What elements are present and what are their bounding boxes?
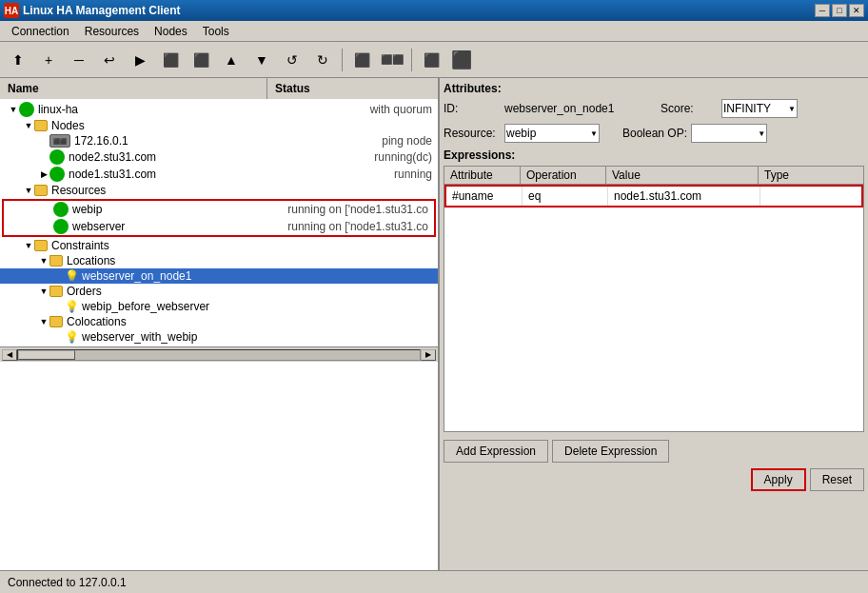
expand-node1-tree[interactable]: ▶ bbox=[38, 168, 49, 180]
tree-item-nodes[interactable]: ▼ Nodes bbox=[0, 118, 438, 133]
node2-status: running(dc) bbox=[374, 150, 436, 164]
expand-webserver[interactable] bbox=[42, 221, 53, 232]
tree-item-webip-before-webserver[interactable]: 💡 webip_before_webserver bbox=[0, 299, 438, 314]
expand-webip-before-webserver[interactable] bbox=[53, 301, 65, 312]
toolbar-btn6[interactable]: ⬛ bbox=[187, 47, 215, 73]
expand-nodes[interactable]: ▼ bbox=[23, 120, 34, 131]
resource-select[interactable]: webip bbox=[504, 124, 600, 143]
resources-label: Resources bbox=[51, 184, 106, 197]
left-panel: Name Status ▼ linux-ha with quorum ▼ Nod… bbox=[0, 78, 440, 570]
status-bar: Connected to 127.0.0.1 bbox=[0, 570, 868, 593]
expr-row-0[interactable]: #uname eq node1.stu31.com bbox=[444, 185, 863, 208]
resources-folder-icon bbox=[34, 185, 48, 196]
toolbar: ⬆ + ─ ↩ ▶ ⬛ ⬛ ▲ ▼ ↺ ↻ ⬛ ⬛⬛ ⬛ ⬛ bbox=[0, 42, 868, 78]
tree-item-resources[interactable]: ▼ Resources bbox=[0, 183, 438, 198]
tree-item-webserver[interactable]: webserver running on ['node1.stu31.co bbox=[4, 218, 434, 235]
title-bar: HA Linux HA Management Client ─ □ ✕ bbox=[0, 0, 868, 21]
toolbar-up-btn[interactable]: ▲ bbox=[217, 47, 246, 73]
toolbar-redo-btn[interactable]: ↻ bbox=[308, 47, 337, 73]
tree-item-webip[interactable]: webip running on ['node1.stu31.co bbox=[4, 201, 434, 218]
webip-status: running on ['node1.stu31.co bbox=[287, 203, 432, 216]
toolbar-stop-btn[interactable]: ⬛ bbox=[156, 47, 185, 73]
menu-nodes[interactable]: Nodes bbox=[147, 23, 195, 40]
menu-resources[interactable]: Resources bbox=[77, 23, 147, 40]
locations-label: Locations bbox=[67, 254, 115, 267]
tree-item-orders[interactable]: ▼ Orders bbox=[0, 284, 438, 299]
scroll-right-btn[interactable]: ▶ bbox=[421, 349, 436, 361]
id-label: ID: bbox=[444, 102, 501, 115]
tree-item-172[interactable]: ⬛⬛ 172.16.0.1 ping node bbox=[0, 133, 438, 148]
expand-webserver-on-node1[interactable] bbox=[53, 270, 65, 282]
toolbar-remove-btn[interactable]: ─ bbox=[65, 47, 93, 73]
nodes-label: Nodes bbox=[51, 119, 85, 132]
left-panel-scrollbar[interactable]: ◀ ▶ bbox=[0, 346, 438, 362]
toolbar-back-btn[interactable]: ⬆ bbox=[4, 47, 32, 73]
expand-orders[interactable]: ▼ bbox=[38, 286, 49, 297]
scroll-left-btn[interactable]: ◀ bbox=[2, 349, 17, 361]
toolbar-copy-btn[interactable]: ⬛ bbox=[347, 47, 376, 73]
expand-172[interactable] bbox=[38, 135, 49, 147]
minimize-button[interactable]: ─ bbox=[815, 4, 830, 17]
colocations-label: Colocations bbox=[67, 315, 127, 328]
orders-label: Orders bbox=[67, 285, 102, 298]
tree-item-webserver-with-webip[interactable]: 💡 webserver_with_webip bbox=[0, 329, 438, 345]
tree-name-header: Name bbox=[0, 78, 266, 99]
toolbar-down-btn[interactable]: ▼ bbox=[247, 47, 276, 73]
reset-button[interactable]: Reset bbox=[810, 468, 864, 491]
add-expression-button[interactable]: Add Expression bbox=[444, 440, 548, 463]
linux-ha-status: with quorum bbox=[370, 103, 436, 116]
bulb-icon-webserver-with-webip: 💡 bbox=[65, 330, 78, 344]
expressions-section: Expressions: Attribute Operation Value T… bbox=[444, 148, 864, 566]
node2-icon bbox=[49, 149, 65, 165]
title-bar-left: HA Linux HA Management Client bbox=[4, 3, 181, 18]
toolbar-play-btn[interactable]: ▶ bbox=[126, 47, 154, 73]
expand-constraints[interactable]: ▼ bbox=[23, 240, 34, 251]
tree-item-node2[interactable]: node2.stu31.com running(dc) bbox=[0, 148, 438, 166]
id-score-row: ID: webserver_on_node1 Score: INFINITY bbox=[444, 99, 864, 118]
score-select[interactable]: INFINITY bbox=[721, 99, 798, 118]
expand-resources[interactable]: ▼ bbox=[23, 185, 34, 196]
menu-tools[interactable]: Tools bbox=[195, 23, 237, 40]
boolean-op-select[interactable] bbox=[691, 124, 767, 143]
colocations-folder-icon bbox=[49, 316, 63, 327]
action-buttons: Apply Reset bbox=[444, 468, 864, 491]
expr-table-header: Attribute Operation Value Type bbox=[444, 167, 863, 185]
node1-icon bbox=[49, 167, 65, 182]
apply-button[interactable]: Apply bbox=[751, 468, 806, 491]
expand-webserver-with-webip[interactable] bbox=[53, 331, 65, 343]
maximize-button[interactable]: □ bbox=[832, 4, 847, 17]
expand-webip[interactable] bbox=[42, 204, 53, 215]
toolbar-undo-btn[interactable]: ↩ bbox=[95, 47, 124, 73]
tree-item-linux-ha[interactable]: ▼ linux-ha with quorum bbox=[0, 101, 438, 118]
constraints-label: Constraints bbox=[51, 239, 109, 252]
linux-ha-label: linux-ha bbox=[38, 103, 78, 116]
tree-area: ▼ linux-ha with quorum ▼ Nodes ⬛⬛ 172.16… bbox=[0, 99, 438, 346]
tree-item-colocations[interactable]: ▼ Colocations bbox=[0, 314, 438, 329]
scroll-thumb[interactable] bbox=[18, 350, 75, 360]
close-button[interactable]: ✕ bbox=[849, 4, 864, 17]
col-operation: Operation bbox=[521, 167, 606, 184]
toolbar-refresh-btn[interactable]: ↺ bbox=[278, 47, 306, 73]
tree-item-constraints[interactable]: ▼ Constraints bbox=[0, 238, 438, 253]
tree-item-webserver-on-node1[interactable]: 💡 webserver_on_node1 bbox=[0, 268, 438, 284]
expand-colocations[interactable]: ▼ bbox=[38, 316, 49, 327]
toolbar-exit-btn[interactable]: ⬛ bbox=[447, 47, 476, 73]
expr-cell-operation-0: eq bbox=[523, 187, 608, 206]
tree-item-node1[interactable]: ▶ node1.stu31.com running bbox=[0, 166, 438, 183]
delete-expression-button[interactable]: Delete Expression bbox=[552, 440, 669, 463]
webip-icon bbox=[53, 202, 69, 217]
tree-item-locations[interactable]: ▼ Locations bbox=[0, 253, 438, 268]
node1-status: running bbox=[394, 168, 436, 181]
expand-linux-ha[interactable]: ▼ bbox=[8, 104, 19, 115]
bulb-icon-webserver-on-node1: 💡 bbox=[65, 269, 78, 283]
resource-boolop-row: Resource: webip Boolean OP: bbox=[444, 124, 864, 143]
expand-node2[interactable] bbox=[38, 151, 49, 163]
server-icon-172: ⬛⬛ bbox=[49, 134, 70, 148]
toolbar-btn8[interactable]: ⬛⬛ bbox=[378, 47, 406, 73]
boolean-op-select-wrapper bbox=[691, 124, 767, 143]
toolbar-btn9[interactable]: ⬛ bbox=[417, 47, 445, 73]
status-text: Connected to 127.0.0.1 bbox=[8, 576, 127, 589]
expand-locations[interactable]: ▼ bbox=[38, 255, 49, 267]
menu-connection[interactable]: Connection bbox=[4, 23, 77, 40]
toolbar-add-btn[interactable]: + bbox=[34, 47, 63, 73]
